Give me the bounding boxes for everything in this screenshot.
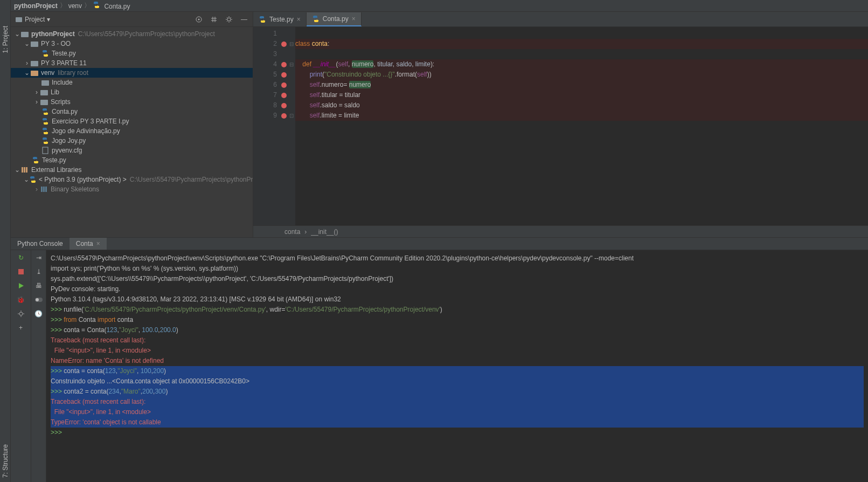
scroll-to-end-icon[interactable]: ⤓ [34, 267, 43, 276]
variables-icon[interactable] [34, 295, 43, 304]
chevron-right-icon: 〉 [60, 1, 66, 10]
tree-node-folder[interactable]: › PY 3 PARTE 11 [11, 58, 253, 68]
tree-node-root[interactable]: ⌄ pythonProjectC:\Users\55479\PycharmPro… [11, 29, 253, 39]
tree-node-folder[interactable]: › Binary Skeletons [11, 184, 253, 194]
history-icon[interactable]: 🕓 [34, 309, 43, 318]
console-tab[interactable]: Conta× [70, 238, 107, 250]
stop-icon[interactable] [17, 267, 25, 276]
python-file-icon [41, 136, 50, 145]
folder-icon [40, 88, 48, 97]
gear-icon[interactable] [225, 15, 233, 24]
svg-point-21 [36, 298, 39, 301]
locate-icon[interactable] [195, 15, 203, 24]
run-tool-window-tabs: Python ConsoleConta× [11, 237, 868, 250]
svg-rect-5 [31, 42, 38, 47]
collapse-icon[interactable]: — [240, 15, 248, 24]
gear-icon[interactable] [17, 309, 25, 318]
tree-node-file[interactable]: Exercício PY 3 PARTE I.py [11, 116, 253, 126]
svg-rect-15 [41, 187, 43, 192]
expand-all-icon[interactable] [210, 15, 218, 24]
chevron-down-icon[interactable]: ⌄ [14, 30, 20, 38]
breadcrumb: pythonProject 〉 venv 〉 Conta.py [11, 0, 868, 12]
library-icon [20, 166, 29, 174]
close-icon[interactable]: × [96, 240, 100, 247]
crumb-2[interactable]: Conta.py [93, 1, 130, 10]
svg-point-19 [19, 312, 23, 315]
svg-rect-4 [21, 32, 29, 37]
soft-wrap-icon[interactable]: ⇥ [34, 253, 43, 262]
tree-node-file[interactable]: Jogo Joy.py [11, 136, 253, 146]
tree-node-file[interactable]: Conta.py [11, 107, 253, 116]
tree-node-file[interactable]: Teste.py [11, 49, 253, 58]
run-icon[interactable] [17, 281, 25, 290]
svg-rect-8 [41, 80, 49, 86]
tree-node-folder[interactable]: › Lib [11, 87, 253, 97]
tree-node-file[interactable]: Jogo de Adivinhação.py [11, 126, 253, 136]
svg-rect-13 [24, 167, 25, 173]
python-file-icon [41, 107, 50, 116]
console-toolbar-right: ⇥ ⤓ 🖶 🕓 [31, 250, 46, 482]
chevron-right-icon[interactable]: › [24, 59, 30, 67]
print-icon[interactable]: 🖶 [34, 281, 43, 290]
tree-node-file[interactable]: Teste.py [11, 155, 253, 165]
code-content[interactable]: class conta: def __init__(self, numero, … [295, 27, 868, 225]
svg-rect-18 [18, 269, 24, 274]
add-icon[interactable]: + [17, 323, 25, 332]
tree-node-folder[interactable]: › Scripts [11, 97, 253, 107]
chevron-down-icon[interactable]: ⌄ [24, 40, 30, 47]
project-tool-window: Project ▾ — ⌄ pythonProjectC:\Users\5547… [11, 12, 253, 237]
left-tool-window-bar: 1: Project 7: Structure [0, 0, 11, 482]
tree-node-folder[interactable]: Include [11, 78, 253, 87]
editor-breadcrumbs[interactable]: conta › __init__() [253, 225, 868, 237]
svg-rect-0 [16, 17, 22, 22]
crumb-1[interactable]: venv [68, 2, 82, 10]
breakpoint-gutter[interactable] [280, 27, 288, 225]
close-icon[interactable]: × [297, 16, 301, 23]
editor-tab[interactable]: Conta.py× [307, 12, 362, 26]
chevron-down-icon: ▾ [47, 16, 50, 23]
debug-icon[interactable]: 🐞 [17, 295, 25, 304]
console-toolbar-left: ↻ 🐞 + [11, 250, 31, 482]
chevron-right-icon[interactable]: › [33, 185, 40, 193]
rerun-icon[interactable]: ↻ [17, 253, 25, 262]
console-tab[interactable]: Python Console [11, 238, 70, 250]
svg-rect-12 [22, 167, 23, 173]
folder-icon [41, 78, 50, 87]
chevron-right-icon[interactable]: › [33, 98, 40, 106]
file-icon [41, 146, 50, 155]
chevron-down-icon[interactable]: ⌄ [24, 176, 29, 183]
chevron-down-icon[interactable]: ⌄ [24, 69, 30, 77]
project-tree[interactable]: ⌄ pythonProjectC:\Users\55479\PycharmPro… [11, 27, 253, 237]
tree-node-python[interactable]: ⌄ < Python 3.9 (pythonProject) >C:\Users… [11, 175, 253, 184]
tool-tab-project[interactable]: 1: Project [1, 22, 10, 58]
svg-rect-9 [40, 90, 48, 95]
folder-icon [20, 30, 29, 38]
line-number-gutter[interactable]: 123456789 [253, 27, 280, 225]
tool-tab-structure[interactable]: 7: Structure [1, 440, 10, 482]
library-icon [40, 185, 48, 194]
tree-node-file[interactable]: pyvenv.cfg [11, 146, 253, 155]
folder-icon [30, 39, 39, 48]
console-output[interactable]: C:\Users\55479\PycharmProjects\pythonPro… [46, 250, 868, 482]
editor-area: Teste.py×Conta.py× 123456789 ⊟⊟⊡ class c… [253, 12, 868, 237]
tree-node-venv[interactable]: ⌄ venvlibrary root [11, 68, 253, 78]
close-icon[interactable]: × [352, 15, 356, 23]
python-file-icon [41, 127, 50, 135]
svg-point-3 [227, 18, 231, 21]
python-icon [29, 175, 37, 184]
crumb-0[interactable]: pythonProject [14, 2, 58, 10]
chevron-down-icon[interactable]: ⌄ [14, 166, 20, 174]
svg-rect-10 [40, 100, 48, 105]
chevron-right-icon[interactable]: › [33, 88, 40, 96]
code-editor[interactable]: 123456789 ⊟⊟⊡ class conta: def __init__(… [253, 27, 868, 225]
tree-node-folder[interactable]: ⌄ PY 3 - OO [11, 39, 253, 49]
editor-tab[interactable]: Teste.py× [253, 12, 307, 26]
svg-rect-7 [31, 71, 38, 76]
chevron-right-icon: › [304, 228, 307, 236]
svg-rect-6 [31, 61, 38, 66]
project-view-selector[interactable]: Project ▾ [15, 16, 50, 23]
svg-point-2 [198, 18, 200, 20]
fold-gutter[interactable]: ⊟⊟⊡ [288, 27, 295, 225]
python-file-icon [259, 16, 266, 23]
tree-node-external-libs[interactable]: ⌄ External Libraries [11, 165, 253, 175]
